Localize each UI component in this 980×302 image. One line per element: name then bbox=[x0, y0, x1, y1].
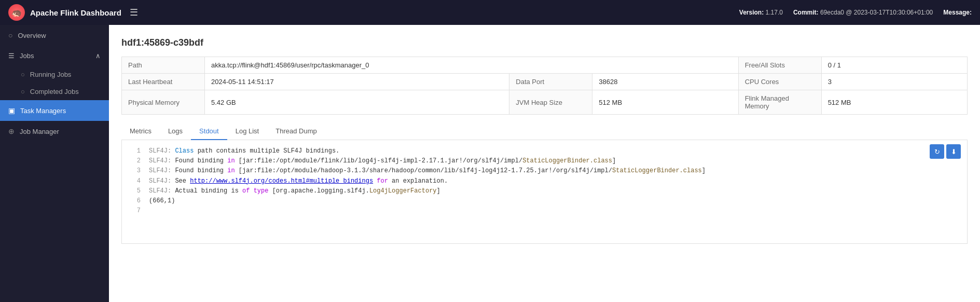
line-text: SLF4J: Found binding in [jar:file:/opt/m… bbox=[149, 166, 706, 176]
log-line: 4 SLF4J: See http://www.slf4j.org/codes.… bbox=[130, 176, 959, 186]
line-text: SLF4J: See http://www.slf4j.org/codes.ht… bbox=[149, 176, 448, 186]
app-logo: 🦔 Apache Flink Dashboard bbox=[8, 4, 121, 21]
line-num: 1 bbox=[130, 146, 141, 156]
physical-memory-label: Physical Memory bbox=[122, 90, 205, 115]
jobs-chevron-icon: ∧ bbox=[95, 52, 101, 60]
logo-icon: 🦔 bbox=[8, 4, 25, 21]
version-info: Version: 1.17.0 bbox=[739, 9, 783, 16]
topbar: 🦔 Apache Flink Dashboard ☰ Version: 1.17… bbox=[0, 0, 980, 25]
flink-memory-label: Flink Managed Memory bbox=[738, 90, 821, 115]
tab-stdout[interactable]: Stdout bbox=[191, 123, 227, 140]
sidebar: ○ Overview ☰ Jobs ∧ ○ Running Jobs ○ Com… bbox=[0, 25, 109, 302]
line-num: 5 bbox=[130, 186, 141, 196]
sidebar-label-overview: Overview bbox=[18, 32, 46, 39]
heartbeat-label: Last Heartbeat bbox=[122, 74, 205, 90]
free-slots-value: 0 / 1 bbox=[821, 57, 967, 74]
sidebar-label-completed-jobs: Completed Jobs bbox=[30, 88, 79, 95]
log-download-button[interactable]: ⬇ bbox=[946, 144, 961, 159]
sidebar-item-task-managers[interactable]: ▣ Task Managers bbox=[0, 100, 109, 121]
flink-memory-value: 512 MB bbox=[821, 90, 967, 115]
tab-metrics[interactable]: Metrics bbox=[121, 123, 160, 140]
line-num: 4 bbox=[130, 176, 141, 186]
sidebar-label-jobs: Jobs bbox=[20, 52, 34, 60]
app-title: Apache Flink Dashboard bbox=[30, 8, 121, 17]
layout: ○ Overview ☰ Jobs ∧ ○ Running Jobs ○ Com… bbox=[0, 25, 980, 302]
heartbeat-value: 2024-05-11 14:51:17 bbox=[205, 74, 509, 90]
data-port-label: Data Port bbox=[509, 74, 592, 90]
sidebar-jobs-subsection: ○ Running Jobs ○ Completed Jobs bbox=[0, 66, 109, 100]
line-text: SLF4J: Actual binding is of type [org.ap… bbox=[149, 186, 440, 196]
table-row: Path akka.tcp://flink@hdf1:45869/user/rp… bbox=[122, 57, 968, 74]
overview-icon: ○ bbox=[8, 31, 12, 39]
task-managers-icon: ▣ bbox=[8, 106, 15, 115]
completed-jobs-icon: ○ bbox=[21, 88, 25, 95]
log-container: ↻ ⬇ 1 SLF4J: Class path contains multipl… bbox=[121, 140, 968, 244]
physical-memory-value: 5.42 GB bbox=[205, 90, 509, 115]
log-toolbar: ↻ ⬇ bbox=[930, 144, 961, 159]
tab-logs[interactable]: Logs bbox=[160, 123, 191, 140]
sidebar-label-job-manager: Job Manager bbox=[20, 128, 59, 135]
tab-log-list[interactable]: Log List bbox=[227, 123, 268, 140]
log-line: 1 SLF4J: Class path contains multiple SL… bbox=[130, 146, 959, 156]
message-info: Message: bbox=[943, 9, 972, 16]
log-line: 7 bbox=[130, 206, 959, 216]
menu-toggle-button[interactable]: ☰ bbox=[130, 7, 138, 18]
log-line: 2 SLF4J: Found binding in [jar:file:/opt… bbox=[130, 156, 959, 166]
jvm-heap-label: JVM Heap Size bbox=[509, 90, 592, 115]
line-num: 7 bbox=[130, 206, 141, 216]
jvm-heap-value: 512 MB bbox=[592, 90, 738, 115]
sidebar-item-running-jobs[interactable]: ○ Running Jobs bbox=[6, 66, 109, 83]
sidebar-label-running-jobs: Running Jobs bbox=[30, 71, 72, 78]
line-num: 2 bbox=[130, 156, 141, 166]
tab-thread-dump[interactable]: Thread Dump bbox=[267, 123, 325, 140]
job-manager-icon: ⊕ bbox=[8, 127, 15, 135]
path-label: Path bbox=[122, 57, 205, 74]
sidebar-item-job-manager[interactable]: ⊕ Job Manager bbox=[0, 121, 109, 142]
page-title: hdf1:45869-c39bdf bbox=[121, 37, 968, 48]
line-text: SLF4J: Class path contains multiple SLF4… bbox=[149, 146, 339, 156]
line-text bbox=[149, 206, 153, 216]
line-num: 3 bbox=[130, 166, 141, 176]
log-line: 5 SLF4J: Actual binding is of type [org.… bbox=[130, 186, 959, 196]
running-jobs-icon: ○ bbox=[21, 71, 25, 78]
tabs: Metrics Logs Stdout Log List Thread Dump bbox=[121, 123, 968, 140]
topbar-meta: Version: 1.17.0 Commit: 69ecda0 @ 2023-0… bbox=[739, 9, 972, 16]
data-port-value: 38628 bbox=[592, 74, 738, 90]
line-text: (666,1) bbox=[149, 196, 175, 206]
log-content: 1 SLF4J: Class path contains multiple SL… bbox=[122, 140, 967, 222]
sidebar-item-completed-jobs[interactable]: ○ Completed Jobs bbox=[6, 83, 109, 100]
line-num: 6 bbox=[130, 196, 141, 206]
table-row: Physical Memory 5.42 GB JVM Heap Size 51… bbox=[122, 90, 968, 115]
main-content: hdf1:45869-c39bdf Path akka.tcp://flink@… bbox=[109, 25, 980, 302]
cpu-cores-label: CPU Cores bbox=[738, 74, 821, 90]
sidebar-label-task-managers: Task Managers bbox=[20, 107, 66, 115]
sidebar-item-overview[interactable]: ○ Overview bbox=[0, 25, 109, 46]
free-slots-label: Free/All Slots bbox=[738, 57, 821, 74]
sidebar-section-jobs[interactable]: ☰ Jobs ∧ bbox=[0, 46, 109, 66]
cpu-cores-value: 3 bbox=[821, 74, 967, 90]
line-text: SLF4J: Found binding in [jar:file:/opt/m… bbox=[149, 156, 616, 166]
jobs-icon: ☰ bbox=[8, 52, 15, 60]
log-refresh-button[interactable]: ↻ bbox=[930, 144, 944, 159]
info-table: Path akka.tcp://flink@hdf1:45869/user/rp… bbox=[121, 57, 968, 115]
path-value: akka.tcp://flink@hdf1:45869/user/rpc/tas… bbox=[205, 57, 739, 74]
log-line: 3 SLF4J: Found binding in [jar:file:/opt… bbox=[130, 166, 959, 176]
log-line: 6 (666,1) bbox=[130, 196, 959, 206]
table-row: Last Heartbeat 2024-05-11 14:51:17 Data … bbox=[122, 74, 968, 90]
commit-info: Commit: 69ecda0 @ 2023-03-17T10:30:06+01… bbox=[793, 9, 933, 16]
